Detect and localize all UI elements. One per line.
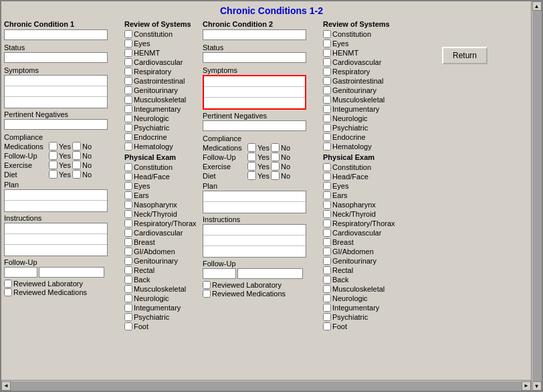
compliance1-exercise-yes-check[interactable] xyxy=(49,161,58,169)
scroll-down-btn[interactable]: ▼ xyxy=(532,381,542,391)
pe2-integumentary-check[interactable] xyxy=(323,304,331,312)
pe2-rectal-check[interactable] xyxy=(323,266,331,274)
ros2-hematology-check[interactable] xyxy=(323,142,331,151)
ros1-eyes-check[interactable] xyxy=(124,39,132,47)
ros1-henmt-check[interactable] xyxy=(124,49,132,57)
scroll-up-btn[interactable]: ▲ xyxy=(532,1,542,11)
ros2-cardiovascular-check[interactable] xyxy=(323,58,331,66)
condition1-followup-period-input[interactable] xyxy=(39,267,104,278)
pe1-ears-check[interactable] xyxy=(124,191,132,199)
condition2-status-input[interactable] xyxy=(203,52,306,63)
scroll-track[interactable] xyxy=(532,11,542,381)
condition2-instructions-input[interactable] xyxy=(203,224,306,258)
ros2-psychiatric-check[interactable] xyxy=(323,124,331,132)
ros1-constitution-check[interactable] xyxy=(124,30,132,38)
ros2-respiratory-check[interactable] xyxy=(323,68,331,76)
ros1-neurologic-check[interactable] xyxy=(124,114,132,122)
condition1-reviewed-med-check[interactable] xyxy=(4,288,12,296)
ros1-musculoskeletal-check[interactable] xyxy=(124,96,132,104)
pe1-rectal-check[interactable] xyxy=(124,266,132,274)
pe2-genitourinary-check[interactable] xyxy=(323,257,331,265)
pe2-back-check[interactable] xyxy=(323,276,331,284)
compliance2-diet-no-check[interactable] xyxy=(271,171,280,180)
pe2-psychiatric-check[interactable] xyxy=(323,313,331,321)
ros1-integumentary-check[interactable] xyxy=(124,105,132,113)
condition2-symptoms-input[interactable] xyxy=(203,75,306,110)
pe2-foot-check[interactable] xyxy=(323,322,331,330)
condition2-followup-num-input[interactable] xyxy=(203,268,236,279)
pe2-constitution-check[interactable] xyxy=(323,163,331,171)
pe2-nasopharynx-check[interactable] xyxy=(323,201,331,209)
compliance1-exercise-no-check[interactable] xyxy=(72,161,81,169)
scrollbar-right[interactable]: ▲ ▼ xyxy=(531,1,542,391)
compliance2-exercise-no-check[interactable] xyxy=(271,162,280,171)
compliance1-medications-yes-check[interactable] xyxy=(49,142,58,151)
compliance1-diet-no-check[interactable] xyxy=(72,170,81,179)
condition1-status-input[interactable] xyxy=(4,52,108,63)
pe1-back-check[interactable] xyxy=(124,276,132,284)
condition1-pertinent-input[interactable] xyxy=(4,119,108,130)
ros2-constitution-check[interactable] xyxy=(323,30,331,38)
compliance2-medications-no-check[interactable] xyxy=(271,143,280,152)
condition2-reviewed-lab-check[interactable] xyxy=(203,281,211,289)
ros1-respiratory-check[interactable] xyxy=(124,68,132,76)
condition1-reviewed-lab-check[interactable] xyxy=(4,280,12,288)
compliance1-followup-no-check[interactable] xyxy=(72,151,81,160)
scroll-left-btn[interactable]: ◄ xyxy=(1,381,11,391)
pe2-neck-thyroid-check[interactable] xyxy=(323,210,331,218)
ros2-neurologic-check[interactable] xyxy=(323,114,331,122)
compliance2-exercise-yes-check[interactable] xyxy=(247,162,256,171)
pe1-eyes-check[interactable] xyxy=(124,182,132,190)
condition2-plan-input[interactable] xyxy=(203,191,306,213)
condition1-followup-num-input[interactable] xyxy=(4,267,37,278)
condition2-reviewed-med-check[interactable] xyxy=(203,290,211,298)
ros1-genitourinary-check[interactable] xyxy=(124,86,132,94)
ros2-henmt-check[interactable] xyxy=(323,49,331,57)
return-button[interactable]: Return xyxy=(442,47,487,64)
compliance1-medications-no-check[interactable] xyxy=(72,142,81,151)
compliance2-followup-no-check[interactable] xyxy=(271,153,280,161)
pe1-constitution-check[interactable] xyxy=(124,163,132,171)
pe2-eyes-check[interactable] xyxy=(323,182,331,190)
condition1-instructions-input[interactable] xyxy=(4,223,108,256)
pe1-neck-thyroid-check[interactable] xyxy=(124,210,132,218)
ros2-musculoskeletal-check[interactable] xyxy=(323,96,331,104)
pe2-breast-check[interactable] xyxy=(323,238,331,246)
ros2-eyes-check[interactable] xyxy=(323,39,331,47)
ros2-endocrine-check[interactable] xyxy=(323,133,331,141)
pe1-psychiatric-check[interactable] xyxy=(124,313,132,321)
scrollbar-bottom[interactable]: ◄ ► xyxy=(1,380,531,391)
ros1-gastrointestinal-check[interactable] xyxy=(124,77,132,85)
condition1-symptoms-input[interactable] xyxy=(4,75,108,108)
ros2-gastrointestinal-check[interactable] xyxy=(323,77,331,85)
pe1-musculoskeletal-check[interactable] xyxy=(124,285,132,293)
pe1-breast-check[interactable] xyxy=(124,238,132,246)
pe2-ears-check[interactable] xyxy=(323,191,331,199)
ros2-integumentary-check[interactable] xyxy=(323,105,331,113)
compliance2-followup-yes-check[interactable] xyxy=(247,153,256,161)
pe1-cardiovascular-check[interactable] xyxy=(124,229,132,237)
compliance1-followup-yes-check[interactable] xyxy=(49,151,58,160)
ros1-endocrine-check[interactable] xyxy=(124,133,132,141)
pe2-gi-abdomen-check[interactable] xyxy=(323,248,331,256)
ros1-psychiatric-check[interactable] xyxy=(124,124,132,132)
pe2-cardiovascular-check[interactable] xyxy=(323,229,331,237)
condition1-plan-input[interactable] xyxy=(4,189,108,212)
pe2-musculoskeletal-check[interactable] xyxy=(323,285,331,293)
pe1-integumentary-check[interactable] xyxy=(124,304,132,312)
pe1-respiratory-thorax-check[interactable] xyxy=(124,219,132,227)
compliance2-diet-yes-check[interactable] xyxy=(247,171,256,180)
ros1-cardiovascular-check[interactable] xyxy=(124,58,132,66)
compliance1-diet-yes-check[interactable] xyxy=(49,170,58,179)
pe2-neurologic-check[interactable] xyxy=(323,294,331,302)
pe1-headface-check[interactable] xyxy=(124,173,132,181)
pe2-headface-check[interactable] xyxy=(323,173,331,181)
pe1-foot-check[interactable] xyxy=(124,322,132,330)
condition2-pertinent-input[interactable] xyxy=(203,120,306,131)
condition2-name-input[interactable] xyxy=(203,29,306,40)
pe2-respiratory-thorax-check[interactable] xyxy=(323,219,331,227)
ros2-genitourinary-check[interactable] xyxy=(323,86,331,94)
compliance2-medications-yes-check[interactable] xyxy=(247,143,256,152)
scroll-right-btn[interactable]: ► xyxy=(522,381,531,391)
pe1-gi-abdomen-check[interactable] xyxy=(124,248,132,256)
